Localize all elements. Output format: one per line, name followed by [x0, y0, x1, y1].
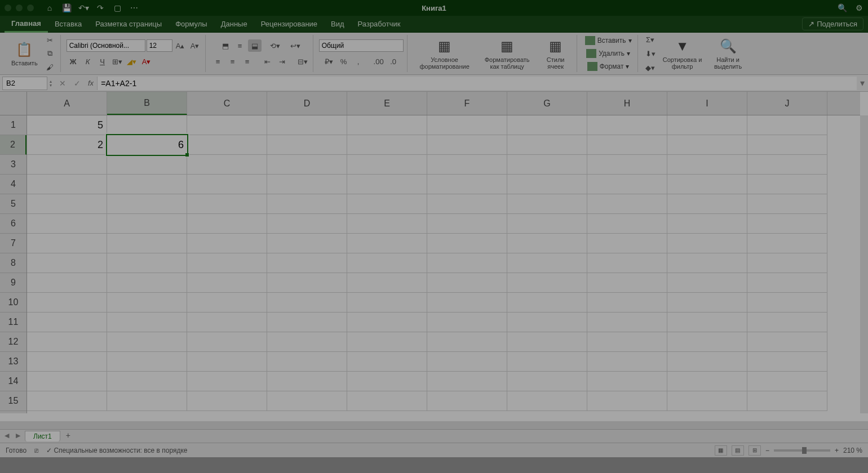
cell-F7[interactable]	[427, 234, 507, 253]
cell-C15[interactable]	[187, 391, 267, 411]
cell-I4[interactable]	[667, 175, 747, 194]
cell-F12[interactable]	[427, 332, 507, 352]
row-header-6[interactable]: 6	[0, 214, 26, 234]
tab-view[interactable]: Вид	[324, 16, 351, 33]
cell-G5[interactable]	[507, 194, 587, 214]
more-icon[interactable]: ⋯	[130, 3, 139, 12]
cell-G4[interactable]	[507, 175, 587, 194]
cell-B5[interactable]	[107, 194, 187, 214]
decrease-decimal-icon[interactable]: .0	[387, 55, 400, 68]
cell-J10[interactable]	[747, 293, 827, 313]
cell-C13[interactable]	[187, 352, 267, 372]
delete-cells-button[interactable]: Удалить ▾	[584, 48, 632, 59]
cell-C2[interactable]	[187, 135, 267, 155]
italic-button[interactable]: К	[81, 55, 95, 68]
sheet-tab-1[interactable]: Лист1	[25, 431, 60, 441]
cell-G1[interactable]	[507, 115, 587, 135]
cell-J15[interactable]	[747, 391, 827, 411]
cell-C5[interactable]	[187, 194, 267, 214]
bold-button[interactable]: Ж	[67, 55, 80, 68]
cell-G2[interactable]	[507, 135, 587, 155]
cancel-formula-icon[interactable]: ✕	[55, 77, 70, 90]
cell-H11[interactable]	[587, 313, 667, 332]
cell-B13[interactable]	[107, 352, 187, 372]
increase-decimal-icon[interactable]: .00	[372, 55, 386, 68]
cell-C1[interactable]	[187, 115, 267, 135]
column-header-A[interactable]: A	[27, 92, 107, 115]
row-header-4[interactable]: 4	[0, 175, 26, 194]
cell-A9[interactable]	[27, 273, 107, 293]
cell-I9[interactable]	[667, 273, 747, 293]
align-top-icon[interactable]: ⬒	[219, 39, 232, 52]
cell-E4[interactable]	[347, 175, 427, 194]
font-size-select[interactable]	[147, 39, 172, 52]
home-icon[interactable]: ⌂	[45, 3, 54, 12]
cell-E12[interactable]	[347, 332, 427, 352]
normal-view-button[interactable]: ▦	[715, 445, 727, 456]
cell-C11[interactable]	[187, 313, 267, 332]
cell-G13[interactable]	[507, 352, 587, 372]
cell-F3[interactable]	[427, 155, 507, 175]
zoom-level[interactable]: 210 %	[843, 447, 862, 454]
column-header-H[interactable]: H	[587, 92, 667, 115]
cell-D6[interactable]	[267, 214, 347, 234]
cell-B6[interactable]	[107, 214, 187, 234]
cell-H1[interactable]	[587, 115, 667, 135]
cell-E14[interactable]	[347, 372, 427, 391]
format-painter-icon[interactable]: 🖌	[43, 61, 57, 73]
maximize-window-button[interactable]	[27, 5, 34, 11]
close-window-button[interactable]	[5, 5, 11, 11]
align-middle-icon[interactable]: ≡	[233, 39, 247, 52]
autosum-icon[interactable]: Σ▾	[644, 33, 657, 46]
cell-B4[interactable]	[107, 175, 187, 194]
column-header-I[interactable]: I	[667, 92, 747, 115]
format-cells-button[interactable]: Формат ▾	[585, 61, 632, 72]
cell-H2[interactable]	[587, 135, 667, 155]
cell-A10[interactable]	[27, 293, 107, 313]
cell-A5[interactable]	[27, 194, 107, 214]
cell-J6[interactable]	[747, 214, 827, 234]
cell-H3[interactable]	[587, 155, 667, 175]
cell-I2[interactable]	[667, 135, 747, 155]
print-icon[interactable]: ▢	[113, 3, 122, 12]
share-top-icon[interactable]: ⚙	[854, 3, 863, 12]
cell-H15[interactable]	[587, 391, 667, 411]
cell-E1[interactable]	[347, 115, 427, 135]
cell-H10[interactable]	[587, 293, 667, 313]
undo-icon[interactable]: ↶▾	[79, 3, 88, 12]
row-header-5[interactable]: 5	[0, 194, 26, 214]
zoom-out-button[interactable]: −	[765, 447, 769, 454]
cell-G9[interactable]	[507, 273, 587, 293]
cell-F4[interactable]	[427, 175, 507, 194]
align-center-icon[interactable]: ≡	[226, 55, 240, 68]
increase-indent-icon[interactable]: ⇥	[276, 55, 289, 68]
name-box[interactable]: B2	[2, 77, 47, 90]
share-button[interactable]: ↗ Поделиться	[802, 17, 863, 30]
cell-B3[interactable]	[107, 155, 187, 175]
cell-D9[interactable]	[267, 273, 347, 293]
cell-C7[interactable]	[187, 234, 267, 253]
align-right-icon[interactable]: ≡	[241, 55, 254, 68]
cell-H4[interactable]	[587, 175, 667, 194]
font-color-icon[interactable]: A▾	[140, 55, 153, 68]
cell-E10[interactable]	[347, 293, 427, 313]
cell-E5[interactable]	[347, 194, 427, 214]
cell-G12[interactable]	[507, 332, 587, 352]
tab-home[interactable]: Главная	[5, 16, 48, 33]
name-box-stepper[interactable]: ▴▾	[50, 79, 52, 87]
cell-J1[interactable]	[747, 115, 827, 135]
sheet-prev-icon[interactable]: ◀	[2, 432, 11, 441]
cell-I5[interactable]	[667, 194, 747, 214]
cell-B14[interactable]	[107, 372, 187, 391]
tab-page-layout[interactable]: Разметка страницы	[88, 16, 169, 33]
cell-F6[interactable]	[427, 214, 507, 234]
cell-A6[interactable]	[27, 214, 107, 234]
cell-J14[interactable]	[747, 372, 827, 391]
cell-E15[interactable]	[347, 391, 427, 411]
cell-J4[interactable]	[747, 175, 827, 194]
border-icon[interactable]: ⊞▾	[110, 55, 124, 68]
zoom-slider[interactable]	[774, 449, 830, 452]
cell-F15[interactable]	[427, 391, 507, 411]
align-left-icon[interactable]: ≡	[211, 55, 225, 68]
expand-formula-bar-icon[interactable]: ▾	[857, 78, 868, 88]
